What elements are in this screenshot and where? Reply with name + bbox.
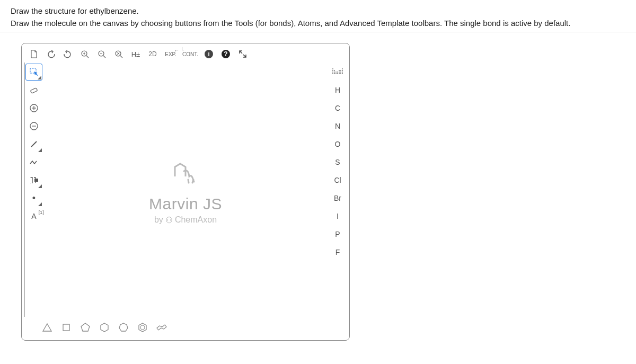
continue-button[interactable]: └ CONT. [181,47,200,61]
atom-map-button[interactable]: A[1] [25,208,42,225]
new-document-button[interactable] [26,47,42,61]
periodic-table-button[interactable] [329,64,346,81]
canvas-subtitle: by ChemAxon [154,215,217,225]
cyclobutane-template-button[interactable] [58,319,75,336]
undo-button[interactable] [43,47,59,61]
svg-rect-36 [340,72,341,73]
svg-line-5 [103,56,105,58]
svg-line-1 [86,56,89,58]
instructions-header: Draw the structure for ethylbenzene. Dra… [0,0,636,32]
cycloheptane-template-button[interactable] [115,319,132,336]
atom-s-label: S [335,158,340,166]
svg-rect-42 [339,73,340,74]
svg-rect-27 [334,70,335,71]
atom-n-label: N [335,122,340,130]
svg-rect-29 [340,70,341,71]
canvas-sub-prefix: by [154,215,163,225]
svg-line-22 [31,141,37,147]
zoom-reset-button[interactable] [111,47,127,61]
svg-point-51 [140,325,145,330]
redo-button[interactable] [60,47,76,61]
atom-s-button[interactable]: S [329,154,346,171]
atom-cl-label: Cl [334,176,341,184]
atom-o-label: O [335,140,341,148]
svg-rect-31 [332,72,333,73]
fullscreen-button[interactable] [235,47,251,61]
atoms-toolbar: H C N O S Cl Br I P F [328,63,347,317]
cyclopentane-template-button[interactable] [77,319,94,336]
left-toolbar: • A[1] [24,63,43,317]
atom-n-button[interactable]: N [329,118,346,135]
svg-rect-43 [340,73,341,74]
templates-toolbar [24,317,347,338]
svg-marker-50 [139,323,146,332]
atom-br-button[interactable]: Br [329,190,346,207]
export-label: EXP. [165,51,176,57]
atom-p-label: P [335,230,340,238]
rgroup-button[interactable] [25,172,42,189]
atom-c-button[interactable]: C [329,100,346,117]
svg-rect-34 [337,72,338,73]
svg-marker-48 [101,323,108,332]
radical-button[interactable]: • [25,190,42,207]
zoom-in-button[interactable] [77,47,93,61]
radical-dot-icon: • [32,193,36,204]
atom-h-button[interactable]: H [329,82,346,99]
svg-text:?: ? [224,50,227,58]
svg-rect-25 [342,68,343,69]
svg-rect-30 [342,70,343,71]
svg-rect-33 [335,72,337,73]
atom-f-label: F [335,248,340,256]
export-button[interactable]: ⌐ EXP. [162,47,180,61]
selection-tool-button[interactable] [25,64,42,81]
svg-marker-45 [43,324,51,331]
svg-text:i: i [208,51,209,57]
atom-f-button[interactable]: F [329,244,346,261]
decrease-charge-button[interactable] [25,118,42,135]
hydrogen-toggle-label: H± [131,50,140,58]
atom-br-label: Br [334,194,341,202]
drawing-canvas[interactable]: Marvin JS by ChemAxon [43,63,328,317]
increase-charge-button[interactable] [25,100,42,117]
marvin-logo-icon [167,155,204,189]
chain-bond-button[interactable] [25,154,42,171]
top-toolbar: H± 2D ⌐ EXP. └ CONT. i ? [24,46,347,63]
atom-i-label: I [337,212,339,220]
svg-rect-44 [342,73,343,74]
cyclohexane-template-button[interactable] [96,319,113,336]
marvin-editor: H± 2D ⌐ EXP. └ CONT. i ? [21,43,350,341]
zoom-out-button[interactable] [94,47,110,61]
atom-h-label: H [335,86,340,94]
svg-rect-40 [335,73,337,74]
eraser-tool-button[interactable] [25,82,42,99]
svg-rect-28 [339,70,340,71]
svg-rect-26 [332,70,333,71]
atom-cl-button[interactable]: Cl [329,172,346,189]
hydrogen-toggle-button[interactable]: H± [128,47,144,61]
svg-rect-46 [63,324,69,331]
help-button[interactable]: ? [218,47,234,61]
atom-o-button[interactable]: O [329,136,346,153]
instruction-line-2: Draw the molecule on the canvas by choos… [11,19,625,28]
svg-rect-39 [334,73,335,74]
svg-rect-23 [34,179,38,182]
atom-i-button[interactable]: I [329,208,346,225]
atom-p-button[interactable]: P [329,226,346,243]
info-button[interactable]: i [201,47,217,61]
benzene-template-button[interactable] [134,319,151,336]
clean-2d-button[interactable]: 2D [145,47,161,61]
clean-2d-label: 2D [148,50,156,58]
svg-line-8 [120,56,122,58]
svg-rect-41 [337,73,338,74]
atom-c-label: C [335,104,340,112]
atom-map-a: A [31,212,36,220]
svg-marker-47 [81,323,90,331]
cyclohexane-chair-button[interactable] [153,319,170,336]
canvas-title: Marvin JS [149,195,222,213]
single-bond-button[interactable] [25,136,42,153]
svg-rect-24 [332,68,333,69]
instruction-line-1: Draw the structure for ethylbenzene. [11,6,625,15]
cyclopropane-template-button[interactable] [39,319,56,336]
atom-map-sup: [1] [39,210,44,215]
chemaxon-logo-icon [165,216,173,224]
